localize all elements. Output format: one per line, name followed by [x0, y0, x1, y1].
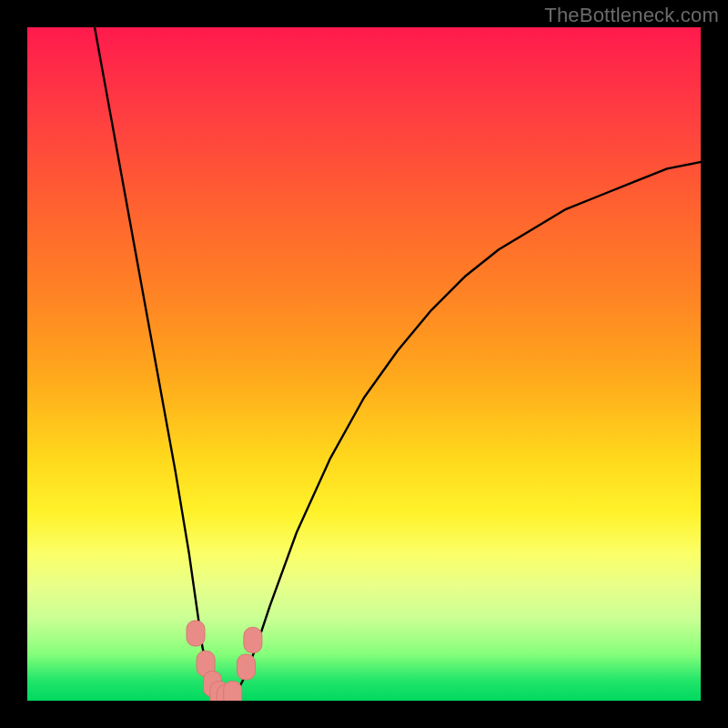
- highlight-marker: [238, 654, 256, 680]
- curve-layer: [27, 27, 701, 701]
- highlight-marker: [224, 682, 242, 701]
- plot-area: [27, 27, 701, 701]
- highlight-markers: [187, 621, 262, 701]
- chart-frame: TheBottleneck.com: [0, 0, 728, 728]
- highlight-marker: [187, 621, 205, 646]
- highlight-marker: [244, 627, 262, 652]
- bottleneck-curve: [95, 27, 701, 701]
- watermark-text: TheBottleneck.com: [544, 4, 719, 27]
